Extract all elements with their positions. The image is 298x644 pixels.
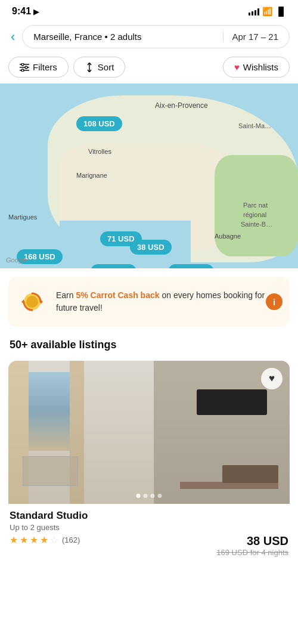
google-logo: Google	[6, 256, 27, 264]
svg-point-8	[26, 296, 38, 308]
status-icons: 📶 ▐▌	[249, 7, 286, 16]
search-location: Marseille, France • 2 adults	[33, 32, 141, 42]
dot-1[interactable]	[136, 494, 141, 498]
map-label-sainte: Sainte-B…	[241, 221, 272, 228]
cashback-text: Earn 5% Carrot Cash back on every homes …	[56, 289, 281, 314]
search-pill[interactable]: Marseille, France • 2 adults Apr 17 – 21	[22, 25, 290, 48]
price-section: 38 USD 169 USD for 4 nights	[216, 534, 288, 557]
map[interactable]: Aix-en-Provence Vitrolles Marignane Mart…	[0, 83, 298, 268]
map-label-saintmax: Saint-Ma…	[238, 122, 271, 129]
status-bar: 9:41 ▶ 📶 ▐▌	[0, 0, 298, 20]
price-bubble-139[interactable]: 139 USD	[91, 264, 136, 268]
dot-4[interactable]	[158, 494, 162, 498]
map-label-aix: Aix-en-Provence	[155, 101, 208, 110]
review-count: (162)	[62, 535, 80, 544]
gps-icon: ▶	[33, 7, 39, 16]
listing-title: Standard Studio	[10, 510, 288, 522]
rating-row: ★ ★ ★ ★ ☆ (162)	[10, 534, 80, 546]
star-3: ★	[30, 534, 38, 546]
room-window	[8, 361, 154, 504]
star-2: ★	[20, 534, 28, 546]
map-label-vitrolles: Vitrolles	[88, 148, 111, 155]
cashback-icon	[17, 286, 48, 317]
sort-icon	[85, 63, 94, 72]
desk-chair	[222, 465, 278, 483]
listing-bottom-row: ★ ★ ★ ★ ☆ (162) 38 USD 169 USD for 4 nig…	[10, 534, 288, 557]
map-label-parc: Parc nat	[243, 202, 268, 209]
sort-button[interactable]: Sort	[73, 57, 126, 78]
map-label-aubagne: Aubagne	[215, 233, 241, 240]
tv	[197, 389, 267, 415]
status-time: 9:41	[12, 6, 31, 17]
info-button[interactable]: i	[266, 293, 283, 310]
sort-label: Sort	[98, 62, 114, 72]
listing-image: ♥	[8, 361, 290, 504]
map-label-regional: régional	[243, 211, 266, 218]
wifi-icon: 📶	[262, 7, 272, 16]
listings-count: 50+ available listings	[0, 332, 298, 355]
back-button[interactable]: ‹	[8, 27, 17, 47]
search-bar-row: ‹ Marseille, France • 2 adults Apr 17 – …	[0, 20, 298, 53]
star-4: ★	[40, 534, 48, 546]
svg-point-4	[25, 66, 27, 69]
cashback-banner: Earn 5% Carrot Cash back on every homes …	[8, 277, 290, 327]
svg-marker-10	[21, 299, 24, 304]
filter-row: Filters Sort ♥ Wishlists	[0, 53, 298, 83]
signal-icon	[249, 7, 259, 16]
star-1: ★	[10, 534, 18, 546]
battery-icon: ▐▌	[275, 7, 286, 16]
svg-point-5	[21, 69, 24, 72]
cashback-highlight: 5% Carrot Cash back	[76, 290, 159, 300]
price-original: 169 USD for 4 nights	[216, 548, 288, 557]
map-label-marignane: Marignane	[76, 172, 107, 179]
wishlists-label: Wishlists	[243, 62, 278, 72]
price-bubble-229[interactable]: 229 USD	[168, 264, 214, 268]
price-bubble-108[interactable]: 108 USD	[76, 116, 122, 131]
heart-outline-icon: ♥	[269, 373, 275, 385]
listing-subtitle: Up to 2 guests	[10, 523, 288, 532]
filters-button[interactable]: Filters	[8, 57, 69, 78]
wishlist-heart-button[interactable]: ♥	[261, 368, 283, 389]
price-bubble-38[interactable]: 38 USD	[130, 240, 172, 255]
listing-card: ♥ Standard Studio Up to 2 guests ★ ★ ★ ★…	[8, 361, 290, 562]
map-label-martigues: Martigues	[8, 213, 37, 221]
heart-icon: ♥	[234, 62, 240, 72]
star-5: ☆	[50, 534, 58, 546]
image-dots	[136, 494, 162, 498]
dot-3[interactable]	[151, 494, 155, 498]
filters-label: Filters	[33, 62, 57, 72]
filters-icon	[20, 63, 29, 72]
price-main: 38 USD	[216, 534, 288, 548]
dot-2[interactable]	[144, 494, 148, 498]
balcony-railing	[23, 456, 78, 486]
svg-marker-9	[41, 299, 43, 304]
listing-info: Standard Studio Up to 2 guests ★ ★ ★ ★ ☆…	[8, 504, 290, 562]
wishlists-button[interactable]: ♥ Wishlists	[223, 57, 290, 78]
svg-point-3	[21, 63, 24, 66]
search-dates: Apr 17 – 21	[223, 32, 278, 42]
